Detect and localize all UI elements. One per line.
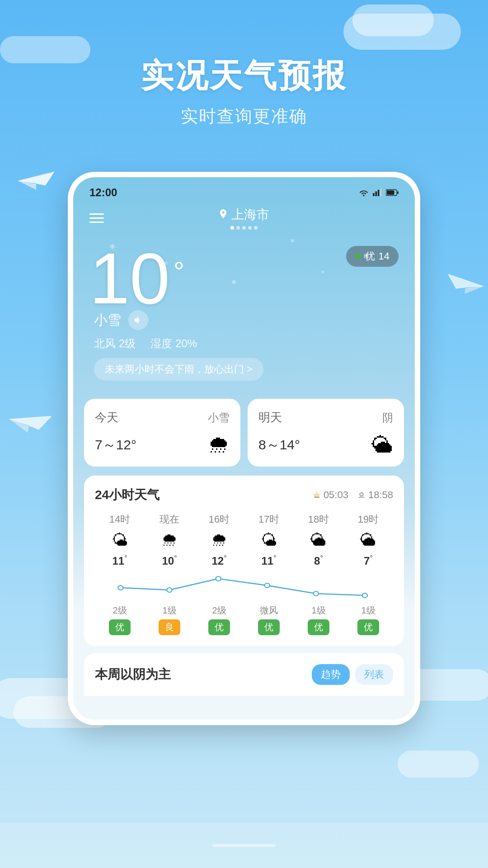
hour-item: 14时 🌤 11° bbox=[95, 513, 145, 567]
forecast-tip[interactable]: 未来两小时不会下雨，放心出门 bbox=[94, 358, 263, 381]
location-label: 上海市 bbox=[219, 206, 269, 223]
hour-label: 19时 bbox=[358, 513, 379, 526]
wind-item: 1级 良 bbox=[145, 604, 194, 635]
aqi-tag: 良 bbox=[159, 619, 180, 635]
hours-row: 14时 🌤 11° 现在 🌨 10° 16时 🌨 12° 17时 🌤 11° 1… bbox=[95, 513, 393, 572]
weekly-header: 本周以阴为主 趋势 列表 bbox=[95, 664, 393, 685]
hour-weather-icon: 🌥 bbox=[310, 531, 327, 550]
location-dots bbox=[219, 226, 269, 230]
wind-item: 2级 优 bbox=[194, 604, 244, 635]
wind-item: 2级 优 bbox=[95, 604, 145, 635]
svg-rect-8 bbox=[375, 191, 377, 196]
aqi-tag: 优 bbox=[308, 619, 329, 635]
wifi-icon bbox=[359, 189, 369, 196]
wind-level: 1级 bbox=[162, 604, 176, 617]
aqi-badge: 优 14 bbox=[346, 246, 399, 267]
weather-description: 小雪 bbox=[89, 310, 399, 330]
title-area: 实况天气预报 实时查询更准确 bbox=[0, 0, 488, 128]
tomorrow-card[interactable]: 明天 阴 8～14° 🌥 bbox=[248, 399, 404, 467]
day-cards: 今天 小雪 7～12° 🌨 明天 阴 8～14° 🌥 bbox=[73, 390, 415, 476]
sunrise-sunset: 05:03 18:58 bbox=[313, 489, 393, 501]
tomorrow-weather-icon: 🌥 bbox=[371, 433, 393, 458]
sound-button[interactable] bbox=[128, 310, 148, 330]
status-icons bbox=[359, 189, 399, 196]
speaker-icon bbox=[133, 316, 143, 325]
wind-item: 1级 优 bbox=[294, 604, 343, 635]
hour-weather-icon: 🌨 bbox=[211, 531, 227, 550]
tomorrow-weather: 阴 bbox=[382, 410, 393, 425]
wind-item: 微风 优 bbox=[244, 604, 294, 635]
weekly-tabs: 趋势 列表 bbox=[312, 664, 393, 685]
hours-card: 24小时天气 05:03 18:58 14时 bbox=[84, 476, 404, 646]
wind-level: 1级 bbox=[311, 604, 325, 617]
phone-mockup: 12:00 上海市 bbox=[68, 172, 420, 725]
hour-weather-icon: 🌨 bbox=[161, 531, 178, 550]
hour-label: 16时 bbox=[209, 513, 230, 526]
hour-weather-icon: 🌤 bbox=[261, 531, 277, 550]
sunset: 18:58 bbox=[357, 489, 393, 501]
tomorrow-temp: 8～14° bbox=[258, 436, 300, 454]
wind-humidity: 北风 2级 湿度 20% bbox=[89, 336, 399, 351]
svg-marker-3 bbox=[9, 409, 51, 431]
hour-item: 18时 🌥 8° bbox=[294, 513, 343, 567]
home-indicator bbox=[212, 844, 276, 847]
hour-temp: 10° bbox=[162, 554, 177, 567]
hours-header: 24小时天气 05:03 18:58 bbox=[95, 486, 393, 504]
paper-plane-2 bbox=[6, 404, 52, 444]
status-bar: 12:00 bbox=[73, 177, 415, 199]
aqi-dot bbox=[355, 253, 361, 259]
hour-wind-row: 2级 优 1级 良 2级 优 微风 优 1级 优 1级 优 bbox=[95, 604, 393, 635]
wind-item: 1级 优 bbox=[343, 604, 393, 635]
wind-level: 微风 bbox=[260, 604, 278, 617]
svg-line-16 bbox=[319, 494, 320, 495]
hour-temp: 12° bbox=[211, 554, 226, 567]
wind-level: 2级 bbox=[113, 604, 127, 617]
svg-point-24 bbox=[265, 583, 270, 588]
svg-point-26 bbox=[362, 593, 367, 598]
temperature-degree: ° bbox=[174, 256, 184, 287]
today-temp: 7～12° bbox=[95, 436, 136, 454]
svg-rect-12 bbox=[387, 190, 394, 194]
menu-icon[interactable] bbox=[89, 213, 104, 223]
hour-item: 17时 🌤 11° bbox=[244, 513, 294, 567]
hour-label: 18时 bbox=[308, 513, 329, 526]
paper-plane-1 bbox=[18, 167, 54, 196]
location-area[interactable]: 上海市 bbox=[219, 206, 269, 230]
hour-label: 14时 bbox=[109, 513, 130, 526]
tab-trend[interactable]: 趋势 bbox=[312, 664, 350, 685]
hour-temp: 7° bbox=[364, 554, 373, 567]
phone-frame: 12:00 上海市 bbox=[68, 172, 420, 725]
hour-item: 19时 🌥 7° bbox=[343, 513, 393, 567]
svg-point-22 bbox=[167, 588, 172, 592]
hour-label: 现在 bbox=[160, 513, 179, 526]
wind-level: 2级 bbox=[212, 604, 226, 617]
weekly-card: 本周以阴为主 趋势 列表 bbox=[84, 653, 404, 696]
today-weather-icon: 🌨 bbox=[208, 433, 230, 458]
status-time: 12:00 bbox=[89, 186, 117, 199]
location-pin-icon bbox=[219, 209, 228, 220]
sunset-icon bbox=[357, 491, 366, 499]
paper-plane-3 bbox=[446, 270, 484, 302]
hour-temp: 8° bbox=[314, 554, 323, 567]
hour-temp: 11° bbox=[261, 554, 276, 567]
tab-list[interactable]: 列表 bbox=[355, 664, 393, 685]
svg-point-25 bbox=[314, 591, 319, 596]
main-title: 实况天气预报 bbox=[0, 54, 488, 98]
svg-line-17 bbox=[313, 494, 314, 495]
hour-item: 16时 🌨 12° bbox=[194, 513, 244, 567]
svg-rect-10 bbox=[380, 189, 382, 196]
svg-point-23 bbox=[216, 576, 221, 581]
svg-point-21 bbox=[118, 585, 123, 590]
today-card[interactable]: 今天 小雪 7～12° 🌨 bbox=[84, 399, 240, 467]
bottom-bar bbox=[0, 823, 488, 868]
today-weather: 小雪 bbox=[208, 410, 230, 425]
temperature-number: 10 bbox=[89, 242, 170, 315]
weekly-title: 本周以阴为主 bbox=[95, 666, 171, 683]
svg-point-19 bbox=[360, 493, 363, 496]
today-label: 今天 bbox=[95, 410, 118, 425]
svg-rect-9 bbox=[378, 190, 380, 196]
sunrise: 05:03 bbox=[313, 489, 348, 501]
hours-title: 24小时天气 bbox=[95, 486, 160, 504]
weather-type-text: 小雪 bbox=[94, 311, 121, 330]
aqi-tag: 优 bbox=[109, 619, 131, 635]
